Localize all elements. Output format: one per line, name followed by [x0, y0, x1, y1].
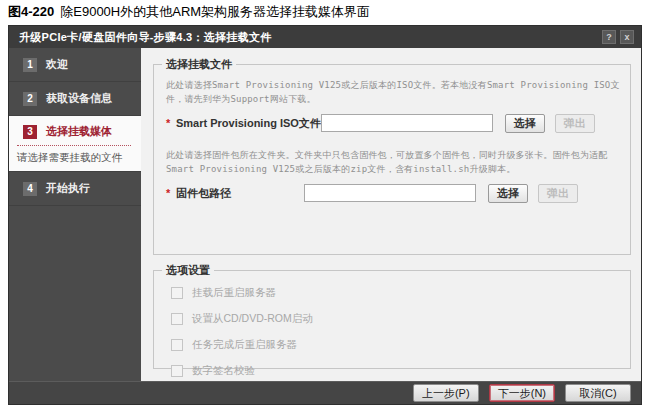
page: 图4-220除E9000H外的其他ARM架构服务器选择挂载媒体界面 升级PCIe… [0, 0, 649, 407]
step-number: 2 [23, 92, 37, 106]
step-label: 获取设备信息 [46, 91, 112, 106]
iso-eject-button: 弹出 [555, 114, 595, 133]
step-start-execution: 4 开始执行 [9, 172, 141, 206]
step-number: 3 [23, 125, 37, 139]
checkbox-icon [171, 313, 183, 325]
iso-file-label: Smart Provisioning ISO文件 [176, 116, 321, 131]
option-label: 任务完成后重启服务器 [192, 338, 297, 352]
option-label: 挂载后重启服务器 [192, 286, 276, 300]
next-button[interactable]: 下一步(N) [489, 384, 555, 402]
step-get-device-info: 2 获取设备信息 [9, 82, 141, 116]
figure-label: 图4-220 [8, 4, 54, 19]
firmware-path-label: 固件包路径 [176, 186, 304, 201]
step-number: 1 [23, 58, 37, 72]
dialog-footer: 上一步(P) 下一步(N) 取消(C) [9, 381, 641, 404]
checkbox-icon [171, 287, 183, 299]
figure-caption: 图4-220除E9000H外的其他ARM架构服务器选择挂载媒体界面 [8, 3, 370, 21]
mount-file-section-legend: 选择挂载文件 [162, 57, 236, 72]
iso-file-input[interactable] [321, 114, 493, 132]
firmware-description: 此处请选择固件包所在文件夹。文件夹中只包含固件包，可放置多个固件包，同时升级多张… [166, 148, 620, 177]
required-asterisk: * [166, 117, 176, 129]
option-restart-after-mount: 挂载后重启服务器 [171, 280, 620, 306]
dialog-titlebar: 升级PCIe卡/硬盘固件向导-步骤4.3：选择挂载文件 ? x [9, 26, 641, 48]
dialog-title: 升级PCIe卡/硬盘固件向导-步骤4.3：选择挂载文件 [19, 30, 598, 45]
option-boot-from-cddvd: 设置从CD/DVD-ROM启动 [171, 306, 620, 332]
firmware-path-input[interactable] [304, 184, 476, 202]
firmware-eject-button: 弹出 [538, 184, 578, 203]
step-welcome: 1 欢迎 [9, 48, 141, 82]
mount-file-section: 选择挂载文件 此处请选择Smart Provisioning V125或之后版本… [153, 57, 631, 255]
cancel-button[interactable]: 取消(C) [565, 384, 631, 402]
required-asterisk: * [166, 187, 176, 199]
step-label: 欢迎 [46, 57, 68, 72]
firmware-path-row: * 固件包路径 选择 弹出 [166, 184, 620, 203]
firmware-select-button[interactable]: 选择 [488, 184, 528, 203]
active-step-subtitle: 请选择需要挂载的文件 [17, 151, 133, 165]
prev-button[interactable]: 上一步(P) [413, 384, 479, 402]
dialog-body: 1 欢迎 2 获取设备信息 3 选择挂载媒体 请选择需要挂载的文件 4 [9, 48, 641, 381]
active-step-dotted-divider [17, 145, 131, 146]
figure-title: 除E9000H外的其他ARM架构服务器选择挂载媒体界面 [60, 4, 370, 19]
wizard-steps-sidebar: 1 欢迎 2 获取设备信息 3 选择挂载媒体 请选择需要挂载的文件 4 [9, 48, 141, 381]
options-section: 选项设置 挂载后重启服务器 设置从CD/DVD-ROM启动 任务完成后重启服务器 [153, 263, 631, 369]
close-icon[interactable]: x [620, 30, 634, 44]
iso-select-button[interactable]: 选择 [505, 114, 545, 133]
content-panel: 选择挂载文件 此处请选择Smart Provisioning V125或之后版本… [141, 48, 641, 381]
option-label: 数字签名校验 [192, 364, 255, 378]
iso-file-row: * Smart Provisioning ISO文件 选择 弹出 [166, 114, 620, 133]
checkbox-icon [171, 339, 183, 351]
options-section-legend: 选项设置 [162, 263, 214, 278]
help-icon[interactable]: ? [602, 30, 616, 44]
option-restart-after-task: 任务完成后重启服务器 [171, 332, 620, 358]
step-select-mount-media-active: 3 选择挂载媒体 请选择需要挂载的文件 [9, 116, 141, 172]
iso-description: 此处请选择Smart Provisioning V125或之后版本的ISO文件。… [166, 78, 620, 107]
step-number: 4 [23, 182, 37, 196]
step-label: 开始执行 [46, 181, 90, 196]
wizard-dialog: 升级PCIe卡/硬盘固件向导-步骤4.3：选择挂载文件 ? x 1 欢迎 2 获… [8, 25, 642, 405]
step-label: 选择挂载媒体 [46, 124, 112, 139]
checkbox-icon [171, 365, 183, 377]
option-label: 设置从CD/DVD-ROM启动 [192, 312, 313, 326]
